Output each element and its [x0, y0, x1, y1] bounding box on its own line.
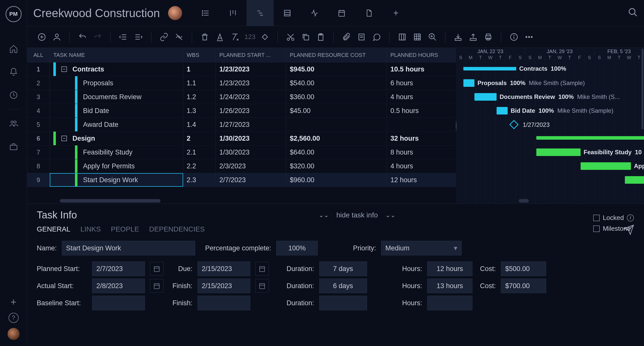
finish-input[interactable] — [197, 279, 250, 293]
task-name-cell[interactable]: Proposals — [50, 76, 183, 90]
gantt-bar[interactable]: Documents Review 100% Mike Smith (S... — [474, 93, 497, 101]
gantt-bar[interactable]: Feasibility Study 10 — [536, 148, 581, 156]
due-input[interactable] — [197, 261, 250, 276]
clear-format-icon[interactable] — [228, 30, 242, 44]
task-row[interactable]: 9Start Design Work2.32/7/2023$960.0012 h… — [27, 173, 456, 187]
delete-icon[interactable] — [198, 30, 212, 44]
tab-general[interactable]: GENERAL — [37, 225, 70, 233]
task-row[interactable]: 3Documents Review1.21/24/2023$360.004 ho… — [27, 90, 456, 104]
task-row[interactable]: 2Proposals1.11/23/2023$540.006 hours — [27, 76, 456, 90]
gantt-h-scrollbar[interactable] — [456, 198, 644, 204]
gantt-bar[interactable]: Apply f — [581, 162, 631, 170]
task-row[interactable]: 6−Design21/30/2023$2,560.0032 hours — [27, 132, 456, 145]
p-duration-input[interactable] — [319, 261, 367, 276]
planned-start-input[interactable] — [92, 261, 145, 276]
task-name-cell[interactable]: −Design — [50, 132, 183, 145]
task-name-cell[interactable]: Apply for Permits — [50, 159, 183, 173]
assign-icon[interactable] — [50, 30, 64, 44]
hide-task-info-link[interactable]: hide task info — [336, 211, 378, 219]
more-icon[interactable] — [522, 30, 536, 44]
add-task-icon[interactable] — [35, 30, 49, 44]
task-name-cell[interactable]: Feasibility Study — [50, 145, 183, 159]
due-calendar-icon[interactable] — [255, 262, 269, 276]
project-avatar[interactable] — [168, 6, 182, 20]
collapse-down-icon-2[interactable]: ⌄⌄ — [385, 212, 395, 219]
nav-help-icon[interactable]: ? — [9, 313, 19, 323]
a-duration-input[interactable] — [319, 279, 367, 293]
view-list-icon[interactable] — [192, 0, 219, 26]
col-planned-cost[interactable]: PLANNED RESOURCE COST — [286, 48, 387, 62]
view-board-icon[interactable] — [219, 0, 247, 26]
notes-icon[interactable] — [354, 30, 369, 44]
task-name-cell[interactable]: Start Design Work — [50, 173, 183, 187]
finish-calendar-icon[interactable] — [255, 279, 269, 293]
collapse-down-icon[interactable]: ⌄⌄ — [319, 212, 329, 219]
collapse-icon[interactable]: − — [61, 136, 67, 141]
milestone-checkbox[interactable]: Milestone — [593, 225, 634, 233]
zoom-icon[interactable] — [425, 30, 439, 44]
gantt-body[interactable]: Contracts 100%Proposals 100% Mike Smith … — [456, 62, 644, 204]
search-icon[interactable] — [628, 7, 638, 19]
info-icon[interactable] — [507, 30, 521, 44]
task-row[interactable]: 7Feasibility Study2.11/30/2023$640.008 h… — [27, 145, 456, 159]
baseline-start-input[interactable] — [92, 296, 145, 310]
task-name-cell[interactable]: Documents Review — [50, 90, 183, 104]
redo-icon[interactable] — [91, 30, 105, 44]
tab-dependencies[interactable]: DEPENDENCIES — [149, 225, 205, 233]
actual-start-calendar-icon[interactable] — [150, 279, 164, 293]
task-name-cell[interactable]: Bid Date — [50, 104, 183, 118]
task-name-cell[interactable]: Award Date — [50, 118, 183, 131]
task-row[interactable]: 5Award Date1.41/27/2023 — [27, 118, 456, 132]
col-wbs[interactable]: WBS — [183, 48, 216, 62]
view-file-icon[interactable] — [355, 0, 382, 26]
planned-start-calendar-icon[interactable] — [150, 262, 164, 276]
gantt-bar[interactable] — [536, 136, 644, 140]
tab-people[interactable]: PEOPLE — [111, 225, 139, 233]
indent-icon[interactable] — [131, 30, 145, 44]
b-finish-input[interactable] — [197, 296, 250, 310]
gantt-bar[interactable]: Bid Date 100% Mike Smith (Sample) — [497, 107, 508, 114]
outdent-icon[interactable] — [116, 30, 130, 44]
b-duration-input[interactable] — [319, 296, 367, 310]
gantt-milestone[interactable] — [509, 120, 519, 129]
view-status-icon[interactable] — [301, 0, 328, 26]
current-user-avatar[interactable] — [8, 328, 20, 340]
unlink-icon[interactable] — [172, 30, 186, 44]
add-view-button[interactable]: + — [382, 0, 410, 26]
undo-icon[interactable] — [75, 30, 90, 44]
col-planned-start[interactable]: PLANNED START ... — [216, 48, 286, 62]
task-row[interactable]: 1−Contracts11/23/2023$945.0010.5 hours — [27, 62, 456, 76]
tab-links[interactable]: LINKS — [80, 225, 101, 233]
grid-h-scrollbar[interactable] — [27, 198, 456, 204]
format-text-icon[interactable] — [213, 30, 227, 44]
gantt-bar[interactable]: Proposals 100% Mike Smith (Sample) — [463, 79, 474, 87]
pct-input[interactable] — [276, 241, 318, 255]
nav-home-icon[interactable] — [7, 42, 21, 56]
nav-team-icon[interactable] — [7, 117, 21, 131]
nav-notifications-icon[interactable] — [7, 65, 21, 79]
name-input[interactable] — [62, 241, 195, 255]
view-calendar-icon[interactable] — [328, 0, 355, 26]
export-icon[interactable] — [466, 30, 480, 44]
view-sheet-icon[interactable] — [274, 0, 301, 26]
priority-select[interactable]: Medium▾ — [381, 241, 462, 255]
nav-briefcase-icon[interactable] — [7, 140, 21, 154]
comment-icon[interactable] — [370, 30, 384, 44]
task-row[interactable]: 4Bid Date1.31/26/2023$45.000.5 hours — [27, 104, 456, 118]
locked-checkbox[interactable]: Lockedi — [593, 214, 634, 222]
nav-add-button[interactable]: + — [11, 296, 16, 308]
col-task-name[interactable]: TASK NAME — [50, 48, 183, 62]
copy-icon[interactable] — [299, 30, 313, 44]
cut-icon[interactable] — [284, 30, 298, 44]
columns-icon[interactable] — [395, 30, 409, 44]
attachment-icon[interactable] — [339, 30, 353, 44]
collapse-icon[interactable]: − — [61, 66, 67, 72]
col-all[interactable]: ALL — [27, 48, 50, 62]
gantt-v-scrollbar[interactable] — [641, 48, 644, 198]
grid-icon[interactable] — [410, 30, 424, 44]
gantt-bar[interactable]: Contracts 100% — [463, 67, 516, 70]
milestone-diamond-icon[interactable] — [258, 30, 272, 44]
actual-start-input[interactable] — [92, 279, 145, 293]
a-cost-input[interactable] — [501, 279, 546, 293]
view-gantt-icon[interactable] — [247, 0, 274, 26]
